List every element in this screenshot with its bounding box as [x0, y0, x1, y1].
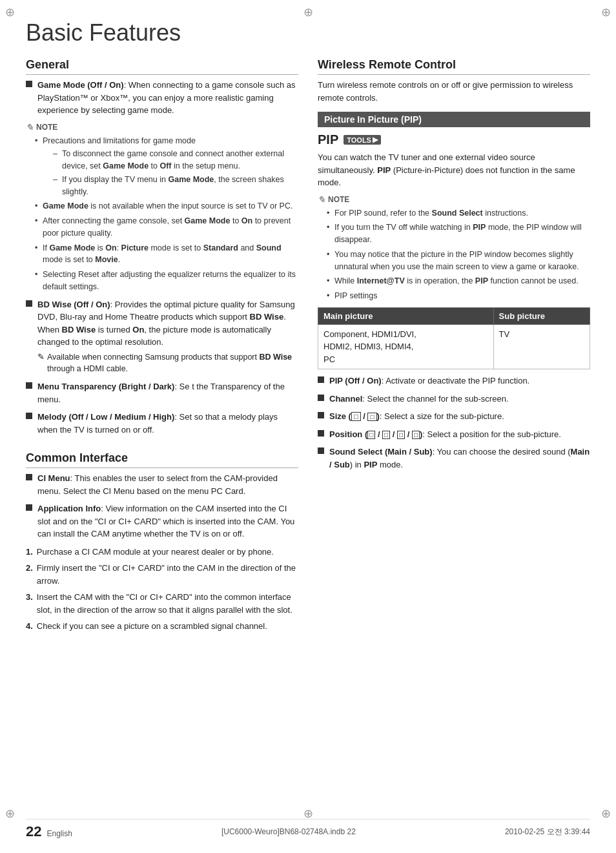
ci-menu-desc: : This enables the user to select from t… [37, 473, 278, 496]
bd-wise-note-text: Available when connecting Samsung produc… [47, 351, 298, 376]
pip-tools-badge: TOOLS ▶ [344, 135, 381, 145]
common-interface-title: Common Interface [26, 451, 298, 468]
game-mode-note: ✎ NOTE Precautions and limitations for g… [26, 122, 298, 293]
pip-heading: PIP [318, 132, 338, 147]
pip-note-label: ✎ NOTE [318, 194, 590, 205]
bd-wise-label: BD Wise (Off / On) [37, 300, 110, 309]
bullet-square-menu [26, 382, 32, 389]
num-2: 2. [26, 562, 33, 587]
pip-note-1: For PIP sound, refer to the Sound Select… [327, 207, 590, 220]
pip-off-on-text: PIP (Off / On): Activate or deactivate t… [329, 375, 590, 387]
bullet-square-ci [26, 474, 32, 480]
corner-mark-br: ⊕ [601, 807, 611, 821]
numbered-item-4: 4. Check if you can see a picture on a s… [26, 620, 298, 633]
pip-note-icon: ✎ [318, 194, 325, 205]
note-item-1: Precautions and limitations for game mod… [35, 135, 298, 198]
footer-file: [UC6000-Weuro]BN68-02748A.indb 22 [221, 827, 356, 836]
bullet-square-pip5 [318, 447, 324, 454]
num-3: 3. [26, 591, 33, 616]
page-title: Basic Features [26, 19, 590, 46]
corner-mark-tr: ⊕ [601, 5, 611, 19]
note-list-1: Precautions and limitations for game mod… [26, 135, 298, 293]
note-item-4: If Game Mode is On: Picture mode is set … [35, 242, 298, 267]
corner-mark-tl: ⊕ [5, 5, 15, 19]
footer-left: 22 English [26, 823, 72, 840]
pip-note-5: PIP settings [327, 290, 590, 302]
num-4-text: Check if you can see a picture on a scra… [37, 620, 267, 633]
footer-date: 2010-02-25 오전 3:39:44 [505, 827, 590, 838]
bd-wise-item: BD Wise (Off / On): Provides the optimal… [26, 298, 298, 376]
note-label-1: ✎ NOTE [26, 122, 298, 132]
note-sublist-1: To disconnect the game console and conne… [43, 148, 298, 198]
menu-transparency-label: Menu Transparency (Bright / Dark) [37, 382, 174, 391]
pip-title-row: PIP TOOLS ▶ [318, 132, 590, 147]
note-item-5: Selecting Reset after adjusting the equa… [35, 269, 298, 293]
pip-table-header-sub: Sub picture [493, 307, 590, 324]
menu-transparency-text: Menu Transparency (Bright / Dark): Se t … [37, 380, 298, 406]
pip-table: Main picture Sub picture Component, HDMI… [318, 307, 590, 370]
pip-note: ✎ NOTE For PIP sound, refer to the Sound… [318, 194, 590, 302]
app-info-text: Application Info: View information on th… [37, 502, 298, 540]
page: ⊕ ⊕ ⊕ Basic Features General Game Mode (… [0, 0, 616, 853]
num-1: 1. [26, 546, 33, 559]
pip-off-on-item: PIP (Off / On): Activate or deactivate t… [318, 375, 590, 387]
note-text-1: NOTE [36, 123, 57, 132]
bullet-square-bd [26, 300, 32, 307]
ci-menu-text: CI Menu: This enables the user to select… [37, 472, 298, 497]
bullet-square-pip2 [318, 395, 324, 401]
bullet-square-pip4 [318, 430, 324, 437]
note-item-2: Game Mode is not available when the inpu… [35, 200, 298, 212]
pip-table-header-main: Main picture [318, 307, 494, 324]
numbered-item-3: 3. Insert the CAM with the "CI or CI+ CA… [26, 591, 298, 616]
melody-item: Melody (Off / Low / Medium / High): Set … [26, 411, 298, 436]
bd-wise-note: ✎ Available when connecting Samsung prod… [37, 351, 298, 376]
page-language: English [46, 829, 72, 838]
note-subitem-1: To disconnect the game console and conne… [53, 148, 298, 172]
num-1-text: Purchase a CI CAM module at your nearest… [37, 546, 274, 559]
ci-menu-label: CI Menu [37, 473, 70, 483]
pip-sound-text: Sound Select (Main / Sub): You can choos… [329, 446, 590, 471]
bullet-square-melody [26, 413, 32, 419]
pip-size-item: Size (□ / □): Select a size for the sub-… [318, 410, 590, 423]
menu-transparency-item: Menu Transparency (Bright / Dark): Se t … [26, 380, 298, 406]
numbered-item-1: 1. Purchase a CI CAM module at your near… [26, 546, 298, 559]
pip-tools-icon: ▶ [373, 136, 378, 144]
pip-note-3: You may notice that the picture in the P… [327, 249, 590, 273]
pip-bar-text: Picture In Picture (PIP) [324, 114, 422, 125]
note-icon-1: ✎ [26, 122, 34, 132]
num-3-text: Insert the CAM with the "CI or CI+ CARD"… [37, 591, 298, 616]
pip-note-4: While Internet@TV is in operation, the P… [327, 275, 590, 287]
note-subitem-2: If you display the TV menu in Game Mode,… [53, 174, 298, 198]
game-mode-label: Game Mode (Off / On) [37, 80, 124, 90]
pip-channel-item: Channel: Select the channel for the sub-… [318, 393, 590, 406]
pip-sound-item: Sound Select (Main / Sub): You can choos… [318, 446, 590, 471]
right-column: Wireless Remote Control Turn wireless re… [318, 58, 590, 637]
pip-table-sub: TV [493, 324, 590, 369]
pip-position-text: Position (□ / □ / □ / □): Select a posit… [329, 428, 590, 441]
numbered-item-2: 2. Firmly insert the "CI or CI+ CARD" in… [26, 562, 298, 587]
wireless-remote-text: Turn wireless remote controls on or off … [318, 79, 590, 104]
app-info-label: Application Info [37, 504, 101, 513]
footer: 22 English [UC6000-Weuro]BN68-02748A.ind… [26, 819, 590, 840]
num-2-text: Firmly insert the "CI or CI+ CARD" into … [37, 562, 298, 587]
pip-size-text: Size (□ / □): Select a size for the sub-… [329, 410, 590, 423]
ci-menu-item: CI Menu: This enables the user to select… [26, 472, 298, 497]
pip-description: You can watch the TV tuner and one exter… [318, 151, 590, 189]
pip-position-item: Position (□ / □ / □ / □): Select a posit… [318, 428, 590, 441]
game-mode-text: Game Mode (Off / On): When connecting to… [37, 79, 298, 117]
pip-table-main: Component, HDMI1/DVI,HDMI2, HDMI3, HDMI4… [318, 324, 494, 369]
app-info-item: Application Info: View information on th… [26, 502, 298, 540]
pip-tools-text: TOOLS [347, 136, 371, 144]
bullet-square-icon [26, 81, 32, 87]
pip-note-list: For PIP sound, refer to the Sound Select… [318, 207, 590, 302]
note-item-3: After connecting the game console, set G… [35, 215, 298, 240]
num-4: 4. [26, 620, 33, 633]
pip-note-text: NOTE [328, 195, 349, 204]
wireless-remote-title: Wireless Remote Control [318, 58, 590, 75]
corner-mark-bl: ⊕ [5, 807, 15, 821]
left-column: General Game Mode (Off / On): When conne… [26, 58, 298, 637]
game-mode-item: Game Mode (Off / On): When connecting to… [26, 79, 298, 117]
bd-wise-note-icon: ✎ [37, 351, 45, 364]
general-section-title: General [26, 58, 298, 75]
numbered-list: 1. Purchase a CI CAM module at your near… [26, 546, 298, 633]
